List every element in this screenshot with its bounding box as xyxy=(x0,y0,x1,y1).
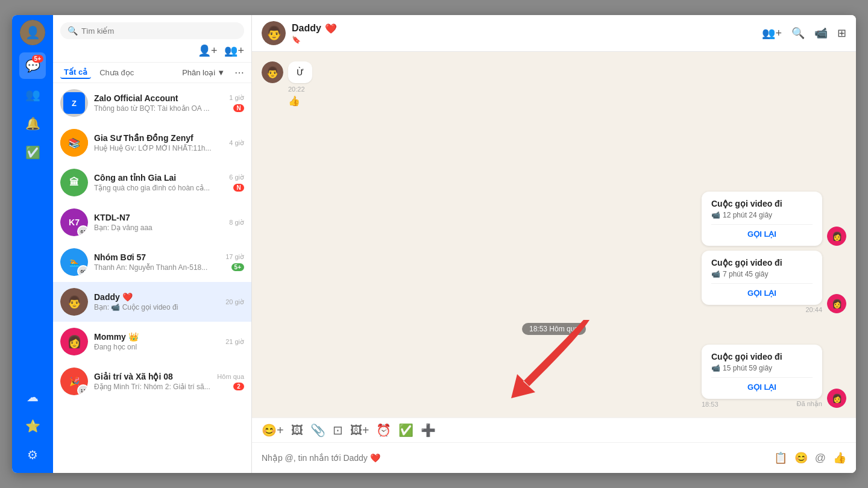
add-member-icon[interactable]: 👥+ xyxy=(762,27,782,40)
chat-item-giai-tri[interactable]: 🎉 11 Giải trí và Xã hội 08 Đặng Minh Trí… xyxy=(53,361,251,401)
chat-badge: 5+ xyxy=(231,263,244,271)
user-avatar[interactable]: 👤 xyxy=(20,20,45,45)
image-button[interactable]: 🖼 xyxy=(291,424,303,437)
call-msg-wrap-3: Cuộc gọi video đi 📹 15 phút 59 giây GỌI … xyxy=(702,345,822,408)
chat-preview: Bạn: 📹 Cuộc gọi video đi xyxy=(94,303,219,311)
star-nav-button[interactable]: ⭐ xyxy=(19,413,46,439)
call-msg-wrap: Cuộc gọi video đi 📹 7 phút 45 giây GỌI L… xyxy=(702,251,822,313)
chat-item-nhom-boi[interactable]: 🏊 60 Nhóm Bơi 57 Thanh An: Nguyễn Thanh … xyxy=(53,242,251,282)
task-button[interactable]: ✅ xyxy=(398,423,414,437)
chat-info: Daddy ❤️ Bạn: 📹 Cuộc gọi video đi xyxy=(94,292,219,311)
chat-time: 1 giờ xyxy=(229,94,244,102)
call-message-1: Cuộc gọi video đi 📹 12 phút 24 giây GỌI … xyxy=(702,192,846,246)
chat-toolbar: 😊+ 🖼 📎 ⊡ 🖼+ ⏰ ✅ ➕ xyxy=(252,418,856,443)
emoji-icon[interactable]: 😊 xyxy=(794,451,808,465)
video-icon: 📹 xyxy=(711,270,720,278)
msg-content: Ừ xyxy=(288,61,312,83)
header-name: Daddy ❤️ xyxy=(292,23,756,34)
chat-preview: Huệ Huệ Gv: LỚP MỚI NHẤT:11h... xyxy=(94,144,223,152)
filter-all-button[interactable]: Tất cả xyxy=(60,66,91,79)
panel-icon[interactable]: ⊞ xyxy=(837,27,846,40)
chat-info: KTDL-N7 Bạn: Dạ vâng aaa xyxy=(94,213,223,232)
chat-item-ktdl[interactable]: K7 61 KTDL-N7 Bạn: Dạ vâng aaa 8 giờ xyxy=(53,202,251,242)
chat-meta: 6 giờ N xyxy=(229,174,244,192)
chat-preview: Tặng quà cho gia đình có hoàn cả... xyxy=(94,184,223,192)
chat-avatar: 👨 xyxy=(60,288,88,316)
call-duration: 📹 12 phút 24 giây xyxy=(711,211,813,219)
sticker-button[interactable]: 😊+ xyxy=(262,423,284,437)
message-input[interactable] xyxy=(262,453,769,463)
call-status: Đã nhận xyxy=(797,400,822,408)
more-options-icon[interactable]: ⋯ xyxy=(234,67,244,78)
screenshot-button[interactable]: ⊡ xyxy=(333,423,343,437)
settings-icon: ⚙ xyxy=(27,448,38,462)
call-message-3: Cuộc gọi video đi 📹 15 phút 59 giây GỌI … xyxy=(702,345,846,408)
add-contact-icon[interactable]: 👤+ xyxy=(198,44,218,57)
chat-list-header: 🔍 👤+ 👥+ xyxy=(53,15,251,63)
header-actions: 👤+ 👥+ xyxy=(60,44,244,57)
cloud-icon: ☁ xyxy=(27,390,39,404)
todo-nav-button[interactable]: ✅ xyxy=(19,139,46,166)
attach-button[interactable]: 📎 xyxy=(310,423,326,437)
chat-preview: Bạn: Dạ vâng aaa xyxy=(94,224,223,232)
search-input[interactable] xyxy=(81,27,237,36)
chat-info: Mommy 👑 Đang học onl xyxy=(94,332,219,351)
chat-meta: 21 giờ xyxy=(225,338,244,346)
call-messages-group: Cuộc gọi video đi 📹 12 phút 24 giây GỌI … xyxy=(262,192,846,313)
cloud-nav-button[interactable]: ☁ xyxy=(19,384,46,410)
chat-item-cong-an[interactable]: 🏛 Công an tỉnh Gia Lai Tặng quà cho gia … xyxy=(53,163,251,202)
chat-item-daddy[interactable]: 👨 Daddy ❤️ Bạn: 📹 Cuộc gọi video đi 20 g… xyxy=(53,282,251,322)
like-icon[interactable]: 👍 xyxy=(833,451,846,465)
avatar-sub: 61 xyxy=(77,225,88,236)
chat-info: Gia Sư Thần Đồng Zenyf Huệ Huệ Gv: LỚP M… xyxy=(94,133,223,152)
chat-name: Daddy ❤️ xyxy=(94,292,219,302)
time-divider: 18:53 Hôm qua xyxy=(262,323,846,335)
add-group-icon[interactable]: 👥+ xyxy=(224,44,244,57)
call-back-button[interactable]: GỌI LẠI xyxy=(711,283,813,298)
call-back-button[interactable]: GỌI LẠI xyxy=(711,224,813,239)
message-incoming: 👨 Ừ 20:22 👍 xyxy=(262,61,612,107)
search-icon: 🔍 xyxy=(68,26,78,36)
chat-preview: Thanh An: Nguyễn Thanh An-518... xyxy=(94,263,219,272)
more-button[interactable]: ➕ xyxy=(421,423,436,437)
header-info: Daddy ❤️ 🔖 xyxy=(292,23,756,44)
filter-unread-button[interactable]: Chưa đọc xyxy=(96,67,137,78)
star-icon: ⭐ xyxy=(25,419,40,433)
filter-classify-button[interactable]: Phân loại ▼ xyxy=(182,68,225,77)
settings-nav-button[interactable]: ⚙ xyxy=(19,442,46,468)
contacts-nav-button[interactable]: 👥 xyxy=(19,81,46,108)
chat-time: 8 giờ xyxy=(229,219,244,227)
search-chat-icon[interactable]: 🔍 xyxy=(791,27,805,40)
chat-meta: 8 giờ xyxy=(229,219,244,227)
chat-time: 4 giờ xyxy=(229,139,244,147)
chat-avatar: K7 61 xyxy=(60,208,88,236)
notification-nav-button[interactable]: 🔔 xyxy=(19,110,46,137)
chat-name: Nhóm Bơi 57 xyxy=(94,252,219,262)
media-button[interactable]: 🖼+ xyxy=(350,424,370,437)
chat-nav-button[interactable]: 💬 5+ xyxy=(19,52,46,79)
call-message-2: Cuộc gọi video đi 📹 7 phút 45 giây GỌI L… xyxy=(702,251,846,313)
call-bubble: Cuộc gọi video đi 📹 7 phút 45 giây GỌI L… xyxy=(702,251,822,305)
chat-info: Công an tỉnh Gia Lai Tặng quà cho gia đì… xyxy=(94,173,223,192)
call-back-button[interactable]: GỌI LẠI xyxy=(711,377,813,392)
chat-preview: Đang học onl xyxy=(94,343,219,351)
chat-time: 17 giờ xyxy=(225,253,244,261)
time-divider-label: 18:53 Hôm qua xyxy=(522,323,586,335)
chat-meta: 20 giờ xyxy=(225,298,244,306)
chat-item-zalo-official[interactable]: Z Zalo Official Account Thông báo từ BQT… xyxy=(53,83,251,123)
msg-sender-avatar: 👨 xyxy=(262,61,283,83)
call-duration: 📹 15 phút 59 giây xyxy=(711,364,813,372)
video-call-icon[interactable]: 📹 xyxy=(814,27,828,40)
alarm-button[interactable]: ⏰ xyxy=(376,423,391,437)
chat-name: Gia Sư Thần Đồng Zenyf xyxy=(94,133,223,143)
chat-avatar: Z xyxy=(60,89,88,117)
chat-item-mommy[interactable]: 👩 Mommy 👑 Đang học onl 21 giờ xyxy=(53,322,251,361)
call-bubble: Cuộc gọi video đi 📹 15 phút 59 giây GỌI … xyxy=(702,345,822,399)
chat-item-gia-su[interactable]: 📚 Gia Sư Thần Đồng Zenyf Huệ Huệ Gv: LỚP… xyxy=(53,123,251,163)
chat-main: 👨 Daddy ❤️ 🔖 👥+ 🔍 📹 ⊞ xyxy=(252,15,856,473)
call-time: 18:53 xyxy=(702,401,719,408)
app-container: 👤 💬 5+ 👥 🔔 ✅ ☁ ⭐ ⚙ 🔍 xyxy=(12,15,856,473)
mention-icon[interactable]: @ xyxy=(815,452,826,465)
msg-reaction: 👍 xyxy=(288,95,312,107)
quick-reply-icon[interactable]: 📋 xyxy=(774,451,787,465)
